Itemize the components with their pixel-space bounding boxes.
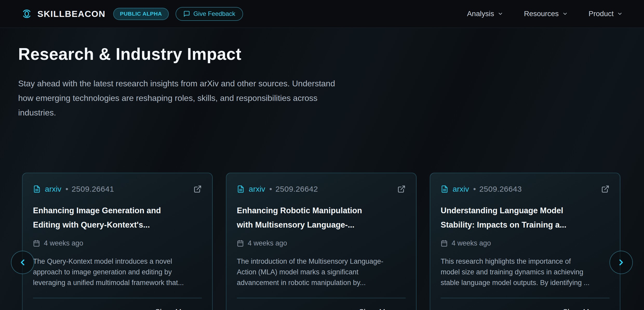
paper-card-list: arxiv • 2509.26641 Enhancing Image Gener… bbox=[22, 173, 620, 310]
nav-item-product[interactable]: Product bbox=[589, 10, 623, 18]
show-more-button[interactable]: Show More bbox=[237, 308, 406, 310]
skillbeacon-logo-icon bbox=[21, 8, 33, 20]
page-subtitle: Stay ahead with the latest research insi… bbox=[18, 76, 644, 120]
paper-summary: This research highlights the importance … bbox=[441, 256, 609, 288]
brand-name: SKILLBEACON bbox=[37, 9, 105, 19]
summary-line: Action (MLA) model marks a significant bbox=[237, 267, 406, 277]
page-title: Research & Industry Impact bbox=[18, 44, 644, 64]
card-divider bbox=[33, 298, 202, 298]
chevron-down-icon bbox=[617, 11, 623, 17]
card-header: arxiv • 2509.26642 bbox=[237, 185, 406, 193]
paper-title-line: Stability: Impacts on Training a... bbox=[441, 218, 609, 232]
paper-date: 4 weeks ago bbox=[237, 239, 406, 247]
paper-card: arxiv • 2509.26642 Enhancing Robotic Man… bbox=[226, 173, 417, 310]
chevron-right-icon bbox=[616, 258, 626, 267]
paper-summary: The Query-Kontext model introduces a nov… bbox=[33, 256, 202, 288]
summary-line: advancement in robotic manipulation by..… bbox=[237, 277, 406, 288]
top-header: SKILLBEACON PUBLIC ALPHA Give Feedback A… bbox=[0, 0, 644, 28]
public-alpha-badge: PUBLIC ALPHA bbox=[113, 8, 169, 20]
summary-line: model size and training dynamics in achi… bbox=[441, 267, 609, 277]
give-feedback-button[interactable]: Give Feedback bbox=[176, 7, 243, 21]
paper-id: 2509.26641 bbox=[72, 185, 114, 193]
summary-line: approach to image generation and editing… bbox=[33, 267, 202, 277]
nav-item-label: Product bbox=[589, 10, 614, 18]
show-more-label: Show More bbox=[359, 308, 396, 310]
source-link[interactable]: arxiv bbox=[453, 185, 469, 193]
card-divider bbox=[237, 298, 406, 298]
nav-item-resources[interactable]: Resources bbox=[524, 10, 568, 18]
brand-link[interactable]: SKILLBEACON bbox=[21, 8, 105, 20]
separator-dot: • bbox=[269, 185, 272, 193]
source-link[interactable]: arxiv bbox=[45, 185, 61, 193]
summary-line: The Query-Kontext model introduces a nov… bbox=[33, 256, 202, 267]
open-paper-button[interactable] bbox=[397, 185, 406, 193]
paper-date: 4 weeks ago bbox=[33, 239, 202, 247]
carousel-next-button[interactable] bbox=[609, 251, 633, 274]
research-section: Research & Industry Impact Stay ahead wi… bbox=[0, 28, 644, 310]
chevron-down-icon bbox=[562, 11, 568, 17]
external-link-icon bbox=[193, 185, 202, 193]
separator-dot: • bbox=[473, 185, 476, 193]
open-paper-button[interactable] bbox=[193, 185, 202, 193]
nav-item-analysis[interactable]: Analysis bbox=[467, 10, 503, 18]
calendar-icon bbox=[237, 240, 244, 247]
chevron-down-icon bbox=[195, 309, 202, 310]
document-icon bbox=[237, 185, 245, 193]
main-nav: Analysis Resources Product bbox=[467, 10, 623, 18]
open-paper-button[interactable] bbox=[601, 185, 609, 193]
separator-dot: • bbox=[65, 185, 68, 193]
carousel-prev-button[interactable] bbox=[11, 251, 34, 274]
nav-item-label: Resources bbox=[524, 10, 559, 18]
paper-date-label: 4 weeks ago bbox=[452, 239, 491, 247]
give-feedback-label: Give Feedback bbox=[193, 10, 235, 17]
paper-title-line: Understanding Language Model bbox=[441, 203, 609, 218]
paper-title: Understanding Language Model Stability: … bbox=[441, 203, 609, 232]
paper-card: arxiv • 2509.26643 Understanding Languag… bbox=[430, 173, 620, 310]
chevron-down-icon bbox=[498, 11, 503, 17]
subtitle-line: industries. bbox=[18, 105, 644, 120]
paper-date: 4 weeks ago bbox=[441, 239, 609, 247]
summary-line: leveraging a unified multimodal framewor… bbox=[33, 277, 202, 288]
source-link[interactable]: arxiv bbox=[249, 185, 265, 193]
summary-line: The introduction of the Multisensory Lan… bbox=[237, 256, 406, 267]
nav-item-label: Analysis bbox=[467, 10, 494, 18]
summary-line: This research highlights the importance … bbox=[441, 256, 609, 267]
external-link-icon bbox=[601, 185, 609, 193]
card-divider bbox=[441, 298, 609, 298]
show-more-label: Show More bbox=[563, 308, 600, 310]
chat-bubble-icon bbox=[183, 10, 190, 17]
paper-title-line: Enhancing Robotic Manipulation bbox=[237, 203, 406, 218]
document-icon bbox=[441, 185, 448, 193]
chevron-down-icon bbox=[603, 309, 609, 310]
calendar-icon bbox=[33, 240, 40, 247]
subtitle-line: Stay ahead with the latest research insi… bbox=[18, 76, 644, 91]
calendar-icon bbox=[441, 240, 448, 247]
paper-id: 2509.26643 bbox=[479, 185, 522, 193]
paper-title-line: with Multisensory Language-... bbox=[237, 218, 406, 232]
paper-title: Enhancing Image Generation and Editing w… bbox=[33, 203, 202, 232]
card-header: arxiv • 2509.26643 bbox=[441, 185, 609, 193]
paper-summary: The introduction of the Multisensory Lan… bbox=[237, 256, 406, 288]
chevron-down-icon bbox=[399, 309, 406, 310]
paper-card: arxiv • 2509.26641 Enhancing Image Gener… bbox=[22, 173, 213, 310]
show-more-button[interactable]: Show More bbox=[441, 308, 609, 310]
show-more-label: Show More bbox=[155, 308, 192, 310]
chevron-left-icon bbox=[18, 258, 27, 267]
show-more-button[interactable]: Show More bbox=[33, 308, 202, 310]
external-link-icon bbox=[397, 185, 406, 193]
summary-line: stable language model outputs. By identi… bbox=[441, 277, 609, 288]
paper-title-line: Editing with Query-Kontext's... bbox=[33, 218, 202, 232]
paper-date-label: 4 weeks ago bbox=[44, 239, 83, 247]
subtitle-line: how emerging technologies are reshaping … bbox=[18, 91, 644, 105]
document-icon bbox=[33, 185, 41, 193]
paper-title: Enhancing Robotic Manipulation with Mult… bbox=[237, 203, 406, 232]
paper-date-label: 4 weeks ago bbox=[248, 239, 287, 247]
hero: Research & Industry Impact Stay ahead wi… bbox=[0, 28, 644, 120]
card-header: arxiv • 2509.26641 bbox=[33, 185, 202, 193]
paper-title-line: Enhancing Image Generation and bbox=[33, 203, 202, 218]
paper-id: 2509.26642 bbox=[276, 185, 318, 193]
